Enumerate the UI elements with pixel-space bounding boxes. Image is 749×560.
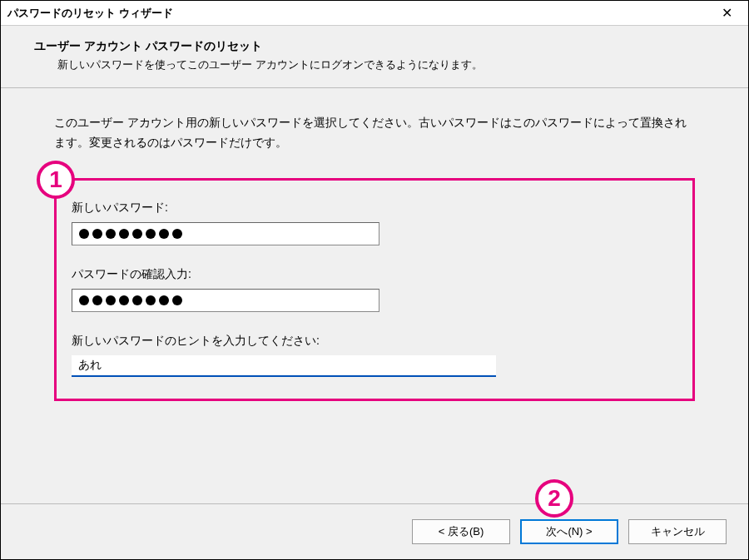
header-section: ユーザー アカウント パスワードのリセット 新しいパスワードを使ってこのユーザー… — [1, 26, 748, 88]
confirm-password-input[interactable] — [72, 289, 379, 312]
close-icon: ✕ — [722, 5, 732, 21]
password-dot-icon — [119, 295, 129, 305]
content-area: このユーザー アカウント用の新しいパスワードを選択してください。古いパスワードは… — [1, 88, 748, 503]
back-button[interactable]: < 戻る(B) — [412, 519, 510, 544]
password-dot-icon — [92, 229, 102, 239]
instruction-text: このユーザー アカウント用の新しいパスワードを選択してください。古いパスワードは… — [54, 113, 695, 153]
password-dot-icon — [132, 229, 142, 239]
password-dot-icon — [106, 229, 116, 239]
callout-1: 1 — [37, 161, 75, 199]
password-dot-icon — [159, 229, 169, 239]
hint-input[interactable] — [72, 355, 496, 377]
close-button[interactable]: ✕ — [708, 2, 745, 25]
confirm-password-label: パスワードの確認入力: — [72, 267, 677, 282]
highlight-box: 1 新しいパスワード: パスワードの確認入力: 新しいパスワードのヒントを入力し… — [54, 178, 695, 401]
titlebar: パスワードのリセット ウィザード ✕ — [1, 1, 748, 26]
password-dot-icon — [79, 229, 89, 239]
password-dot-icon — [146, 295, 156, 305]
wizard-window: パスワードのリセット ウィザード ✕ ユーザー アカウント パスワードのリセット… — [0, 0, 749, 560]
password-dot-icon — [119, 229, 129, 239]
hint-group: 新しいパスワードのヒントを入力してください: — [72, 334, 677, 377]
password-dot-icon — [172, 229, 182, 239]
callout-2: 2 — [535, 479, 573, 518]
cancel-button[interactable]: キャンセル — [628, 519, 727, 544]
window-title: パスワードのリセット ウィザード — [7, 6, 173, 21]
new-password-label: 新しいパスワード: — [72, 201, 677, 216]
password-dot-icon — [172, 295, 182, 305]
header-title: ユーザー アカウント パスワードのリセット — [34, 39, 715, 54]
password-dot-icon — [106, 295, 116, 305]
next-button[interactable]: 次へ(N) > — [520, 519, 618, 544]
password-dot-icon — [159, 295, 169, 305]
header-subtitle: 新しいパスワードを使ってこのユーザー アカウントにログオンできるようになります。 — [57, 57, 715, 72]
password-dot-icon — [92, 295, 102, 305]
password-dot-icon — [146, 229, 156, 239]
new-password-input[interactable] — [72, 222, 379, 245]
hint-label: 新しいパスワードのヒントを入力してください: — [72, 334, 677, 349]
new-password-group: 新しいパスワード: — [72, 201, 677, 245]
confirm-password-group: パスワードの確認入力: — [72, 267, 677, 312]
footer: 2 < 戻る(B) 次へ(N) > キャンセル — [1, 503, 748, 559]
password-dot-icon — [132, 295, 142, 305]
password-dot-icon — [79, 295, 89, 305]
